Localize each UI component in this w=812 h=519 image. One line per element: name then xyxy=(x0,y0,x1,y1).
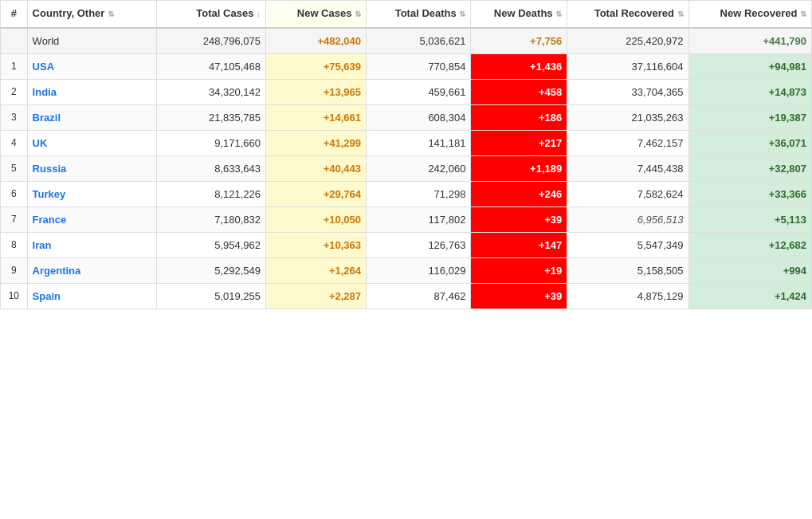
world-total-deaths: 5,036,621 xyxy=(367,28,471,54)
new-recovered-cell: +1,424 xyxy=(688,283,811,309)
total-deaths-cell: 87,462 xyxy=(367,283,471,309)
new-recovered-cell: +994 xyxy=(688,258,811,283)
country-link[interactable]: Brazil xyxy=(33,112,61,124)
sort-newdeaths-icon[interactable]: ⇅ xyxy=(555,10,562,18)
total-deaths-cell: 71,298 xyxy=(367,181,471,206)
country-link[interactable]: Russia xyxy=(33,163,67,175)
sort-totalrecovered-icon[interactable]: ⇅ xyxy=(677,10,684,18)
country-link[interactable]: India xyxy=(33,86,57,98)
total-recovered-cell: 5,158,505 xyxy=(567,258,688,283)
world-total-recovered: 225,420,972 xyxy=(567,28,688,54)
new-cases-cell: +29,764 xyxy=(266,181,367,206)
country-link[interactable]: UK xyxy=(33,137,48,149)
new-deaths-cell: +246 xyxy=(471,181,567,206)
col-total-cases[interactable]: Total Cases ↓ xyxy=(157,1,266,28)
total-recovered-cell: 4,875,129 xyxy=(567,283,688,309)
total-recovered-cell: 7,582,624 xyxy=(567,181,688,206)
total-cases-cell: 8,633,643 xyxy=(157,155,266,181)
country-link[interactable]: Spain xyxy=(33,290,61,302)
country-cell: UK xyxy=(27,130,157,155)
world-new-deaths: +7,756 xyxy=(471,28,567,54)
world-rank xyxy=(1,28,28,54)
sort-newcases-icon[interactable]: ⇅ xyxy=(355,10,361,18)
total-recovered-cell: 21,035,263 xyxy=(567,104,688,130)
col-rank[interactable]: # xyxy=(1,1,28,28)
col-total-deaths[interactable]: Total Deaths ⇅ xyxy=(367,1,471,28)
country-cell: Spain xyxy=(27,283,157,309)
total-deaths-cell: 770,854 xyxy=(367,53,471,79)
new-cases-cell: +41,299 xyxy=(266,130,367,155)
total-recovered-cell: 7,462,157 xyxy=(567,130,688,155)
total-recovered-cell: 37,116,604 xyxy=(567,53,688,79)
total-cases-cell: 8,121,226 xyxy=(157,181,266,206)
country-cell: Argentina xyxy=(27,258,157,283)
country-cell: Brazil xyxy=(27,104,157,130)
table-row: 9Argentina5,292,549+1,264116,029+195,158… xyxy=(1,258,812,283)
total-cases-cell: 5,292,549 xyxy=(157,258,266,283)
new-cases-cell: +14,661 xyxy=(266,104,367,130)
col-country[interactable]: Country, Other ⇅ xyxy=(27,1,157,28)
table-row: 3Brazil21,835,785+14,661608,304+18621,03… xyxy=(1,104,812,130)
total-recovered-cell: 7,445,438 xyxy=(567,155,688,181)
total-deaths-cell: 126,763 xyxy=(367,232,471,258)
country-link[interactable]: USA xyxy=(33,61,54,73)
col-new-cases[interactable]: New Cases ⇅ xyxy=(266,1,367,28)
new-recovered-cell: +32,807 xyxy=(688,155,811,181)
country-cell: France xyxy=(27,206,157,232)
new-deaths-cell: +458 xyxy=(471,79,567,104)
col-new-recovered[interactable]: New Recovered ⇅ xyxy=(688,1,811,28)
country-link[interactable]: Iran xyxy=(33,239,52,251)
total-cases-cell: 7,180,832 xyxy=(157,206,266,232)
new-cases-cell: +75,639 xyxy=(266,53,367,79)
col-new-deaths[interactable]: New Deaths ⇅ xyxy=(471,1,567,28)
total-deaths-cell: 608,304 xyxy=(367,104,471,130)
new-deaths-cell: +186 xyxy=(471,104,567,130)
total-deaths-cell: 116,029 xyxy=(367,258,471,283)
new-cases-cell: +10,050 xyxy=(266,206,367,232)
total-deaths-cell: 141,181 xyxy=(367,130,471,155)
total-cases-cell: 5,954,962 xyxy=(157,232,266,258)
table-row: 2India34,320,142+13,965459,661+45833,704… xyxy=(1,79,812,104)
total-cases-cell: 47,105,468 xyxy=(157,53,266,79)
country-cell: Turkey xyxy=(27,181,157,206)
new-recovered-cell: +12,682 xyxy=(688,232,811,258)
table-row: 6Turkey8,121,226+29,76471,298+2467,582,6… xyxy=(1,181,812,206)
new-recovered-cell: +14,873 xyxy=(688,79,811,104)
total-deaths-cell: 117,802 xyxy=(367,206,471,232)
new-cases-cell: +10,363 xyxy=(266,232,367,258)
sort-newrecovered-icon[interactable]: ⇅ xyxy=(800,10,806,18)
rank-cell: 10 xyxy=(1,283,28,309)
new-recovered-cell: +94,981 xyxy=(688,53,811,79)
sort-totalcases-icon[interactable]: ↓ xyxy=(257,10,261,18)
world-new-cases: +482,040 xyxy=(266,28,367,54)
world-total-cases: 248,796,075 xyxy=(157,28,266,54)
total-deaths-cell: 242,060 xyxy=(367,155,471,181)
new-recovered-cell: +5,113 xyxy=(688,206,811,232)
country-link[interactable]: Turkey xyxy=(33,188,66,200)
world-new-recovered: +441,790 xyxy=(688,28,811,54)
country-link[interactable]: France xyxy=(33,214,67,226)
total-cases-cell: 21,835,785 xyxy=(157,104,266,130)
table-row: 8Iran5,954,962+10,363126,763+1475,547,34… xyxy=(1,232,812,258)
rank-cell: 7 xyxy=(1,206,28,232)
table-row: 1USA47,105,468+75,639770,854+1,43637,116… xyxy=(1,53,812,79)
rank-cell: 1 xyxy=(1,53,28,79)
rank-cell: 9 xyxy=(1,258,28,283)
rank-cell: 2 xyxy=(1,79,28,104)
rank-cell: 4 xyxy=(1,130,28,155)
col-total-recovered[interactable]: Total Recovered ⇅ xyxy=(567,1,688,28)
new-cases-cell: +1,264 xyxy=(266,258,367,283)
new-deaths-cell: +1,436 xyxy=(471,53,567,79)
sort-country-icon[interactable]: ⇅ xyxy=(108,10,114,18)
country-cell: Iran xyxy=(27,232,157,258)
total-recovered-cell: 5,547,349 xyxy=(567,232,688,258)
total-cases-cell: 34,320,142 xyxy=(157,79,266,104)
world-row: World 248,796,075 +482,040 5,036,621 +7,… xyxy=(1,28,812,54)
country-link[interactable]: Argentina xyxy=(33,265,81,277)
table-row: 4UK9,171,660+41,299141,181+2177,462,157+… xyxy=(1,130,812,155)
total-cases-cell: 9,171,660 xyxy=(157,130,266,155)
new-deaths-cell: +19 xyxy=(471,258,567,283)
sort-totaldeaths-icon[interactable]: ⇅ xyxy=(459,10,465,18)
rank-cell: 8 xyxy=(1,232,28,258)
world-label: World xyxy=(27,28,157,54)
